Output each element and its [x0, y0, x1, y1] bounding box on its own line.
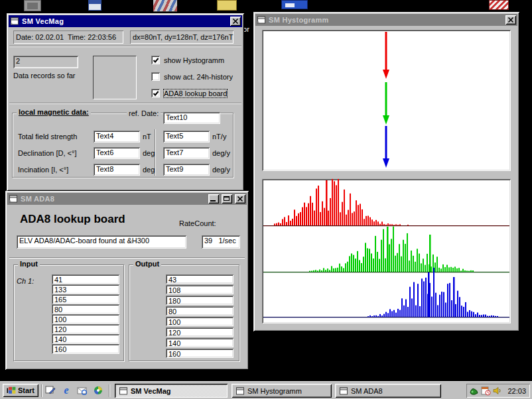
outlook-express-icon[interactable]: [76, 384, 89, 396]
hystogramm-titlebar[interactable]: SM Hystogramm: [255, 14, 517, 26]
declination-rate-value[interactable]: Text7: [163, 147, 210, 159]
input-value-field[interactable]: 41: [52, 274, 119, 284]
hystogramm-close-button[interactable]: [505, 15, 516, 25]
task-button-label: SM VecMag: [131, 387, 171, 395]
input-value-field[interactable]: 133: [52, 284, 119, 294]
monitor-screen: [27, 3, 38, 9]
records-label: Data records so far: [13, 72, 76, 80]
desktop-icon-winzip[interactable]: [489, 0, 509, 10]
board-status-field[interactable]: ELV ADA8/ADAC-board found at &H300: [17, 235, 186, 249]
unit-label: nT/y: [212, 133, 226, 141]
checkbox-label: show Hystogramm: [164, 56, 224, 64]
form-window-icon: [257, 16, 266, 24]
ada8-title: SM ADA8: [21, 195, 206, 203]
desktop-icon-folder[interactable]: [217, 0, 237, 11]
taskbar-clock[interactable]: 22:03: [507, 387, 526, 395]
unit-label: deg: [143, 149, 155, 157]
ada8-minimize-button[interactable]: [208, 194, 219, 203]
task-scheduler-icon[interactable]: [481, 386, 491, 396]
taskbar-button-ada8[interactable]: SM ADA8: [335, 384, 441, 398]
channels-icon[interactable]: [92, 384, 105, 396]
taskbar-button-hystogramm[interactable]: SM Hystogramm: [232, 384, 332, 398]
desktop-icon-my-computer[interactable]: [24, 0, 41, 11]
separator: [9, 257, 245, 258]
row-label: Incination [I, <°]: [18, 166, 68, 174]
inclination-value[interactable]: Text8: [94, 164, 140, 176]
input-value-field[interactable]: 160: [52, 344, 119, 354]
start-button[interactable]: Start: [3, 384, 38, 397]
check-icon: [153, 90, 159, 97]
volume-icon[interactable]: [493, 386, 502, 395]
checkbox-box[interactable]: [151, 56, 160, 64]
input-values-column: 41 133 165 80 100 120 140 160: [52, 274, 119, 354]
form-window-icon: [235, 387, 245, 395]
total-field-rate-value[interactable]: Text5: [163, 131, 210, 142]
preview-box: [93, 56, 137, 99]
input-value-field[interactable]: 140: [52, 334, 119, 344]
output-value-field[interactable]: 120: [166, 327, 233, 337]
records-count-field[interactable]: 2: [13, 56, 78, 68]
vecmag-window: SM VecMag Date: 02.02.01 Time: 22:03:56 …: [7, 13, 244, 191]
internet-explorer-icon[interactable]: e: [60, 384, 73, 396]
input-value-field[interactable]: 100: [52, 314, 119, 324]
form-window-icon: [339, 387, 348, 395]
output-value-field[interactable]: 100: [166, 317, 233, 326]
vecmag-close-button[interactable]: [230, 17, 241, 26]
close-icon: [235, 194, 245, 203]
show-desktop-icon[interactable]: [44, 384, 57, 396]
group-title: Output: [133, 260, 161, 268]
checkbox-box[interactable]: [151, 89, 160, 97]
channel-label: Ch 1:: [17, 277, 34, 285]
desktop-icon-rainbow[interactable]: [153, 0, 177, 12]
output-value-field[interactable]: 160: [166, 349, 233, 358]
delta-status: dx=80nT, dy=128nT, dz=176nT: [130, 30, 233, 44]
separator: [109, 384, 110, 397]
vecmag-titlebar[interactable]: SM VecMag: [9, 15, 242, 27]
ref-date-field[interactable]: Text10: [163, 112, 220, 124]
group-title: Input: [18, 260, 40, 268]
group-title: local magnetic data:: [17, 108, 91, 116]
desktop-icon-document[interactable]: [88, 0, 101, 11]
taskbar: Start e SM VecMag SM Hystogramm SM ADA8 …: [0, 381, 532, 399]
unit-label: deg/y: [212, 166, 230, 174]
desktop-icon-explorer[interactable]: [281, 0, 308, 9]
network-status-icon[interactable]: [469, 386, 479, 396]
total-field-value[interactable]: Text4: [94, 131, 140, 142]
input-value-field[interactable]: 80: [52, 304, 119, 314]
inclination-rate-value[interactable]: Text9: [163, 164, 210, 176]
system-tray: 22:03: [466, 384, 530, 398]
ada8-close-button[interactable]: [235, 194, 245, 203]
input-value-field[interactable]: 120: [52, 324, 119, 334]
output-value-field[interactable]: 43: [166, 274, 233, 284]
output-value-field[interactable]: 108: [166, 285, 233, 294]
check-icon: [153, 57, 159, 64]
ie-e-glyph: e: [64, 384, 68, 396]
output-value-field[interactable]: 140: [166, 338, 233, 347]
checkbox-box[interactable]: [151, 72, 160, 81]
needle-chart: [262, 30, 511, 171]
checkbox-show-24h-history[interactable]: show act. 24h-history: [151, 72, 233, 81]
ratecount-label: RateCount:: [179, 219, 216, 227]
declination-value[interactable]: Text6: [94, 147, 140, 159]
icon-fragment: [89, 1, 101, 4]
output-value-field[interactable]: 80: [166, 306, 233, 315]
row-label: Declination [D, <°]: [18, 149, 76, 157]
hystogramm-title: SM Hystogramm: [269, 16, 503, 24]
input-value-field[interactable]: 165: [52, 294, 119, 304]
checkbox-show-hystogramm[interactable]: show Hystogramm: [151, 56, 224, 64]
rate-field[interactable]: 39 1/sec: [202, 235, 240, 249]
vector-needle-panel: [262, 30, 511, 171]
ref-date-label: ref. Date:: [127, 109, 161, 117]
ada8-maximize-button[interactable]: [222, 194, 232, 203]
checkbox-ada8-lookup-board[interactable]: ADA8 lookup board: [151, 89, 227, 97]
taskbar-button-vecmag[interactable]: SM VecMag: [115, 384, 228, 398]
form-window-icon: [119, 387, 128, 395]
checkbox-label: show act. 24h-history: [164, 73, 233, 81]
output-value-field[interactable]: 180: [166, 296, 233, 305]
start-label: Start: [18, 386, 34, 394]
histogram-panel: [262, 179, 511, 323]
ada8-titlebar[interactable]: SM ADA8: [7, 193, 247, 205]
minimize-icon: [210, 200, 216, 201]
histogram-chart: [262, 179, 511, 323]
form-window-icon: [10, 17, 19, 25]
